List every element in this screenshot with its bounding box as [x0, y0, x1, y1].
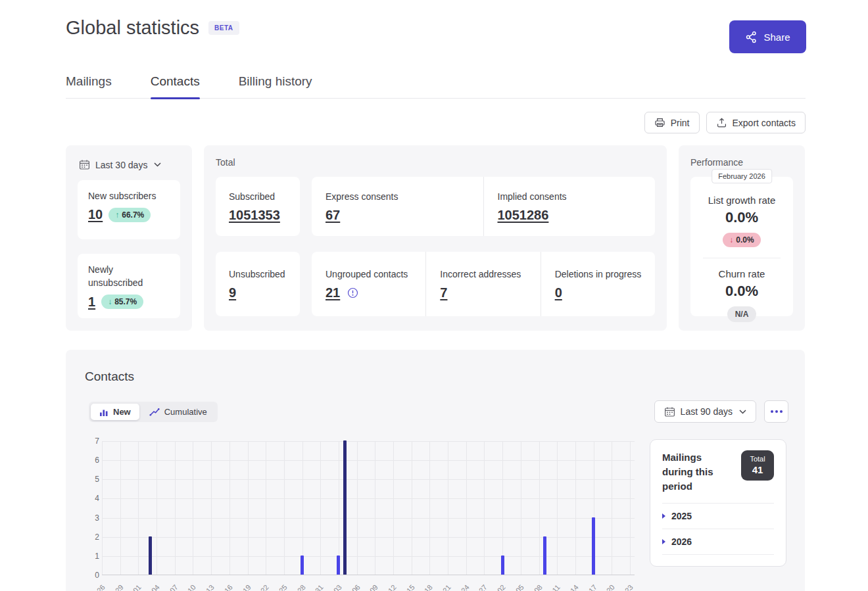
tab-mailings[interactable]: Mailings — [66, 68, 112, 98]
chart-bar[interactable] — [149, 536, 152, 575]
performance-section-label: Performance — [690, 157, 793, 168]
implied-consents-block: Implied consents 1051286 — [483, 177, 656, 236]
divider — [703, 258, 781, 258]
toggle-new[interactable]: New — [91, 404, 139, 420]
unsubscribed-label: Unsubscribed — [229, 268, 287, 281]
page-actions: Print Export contacts — [644, 112, 806, 133]
share-button-label: Share — [763, 32, 790, 43]
chart-controls: Last 90 days — [654, 400, 788, 423]
more-options-button[interactable] — [764, 400, 788, 423]
share-icon — [745, 31, 758, 43]
new-subscribers-change: 66.7% — [122, 210, 144, 220]
chart-bar[interactable] — [301, 556, 304, 575]
newly-unsubscribed-card: Newly unsubscribed 1 ↓ 85.7% — [78, 254, 180, 318]
chart-bar[interactable] — [501, 556, 504, 575]
bar-chart-icon — [99, 408, 108, 417]
calendar-icon — [664, 406, 675, 417]
chart-bar[interactable] — [343, 440, 347, 575]
expand-arrow-icon — [662, 539, 665, 544]
tab-contacts[interactable]: Contacts — [151, 68, 200, 98]
subscribed-card: Subscribed 1051353 — [216, 177, 300, 236]
warning-info-icon[interactable] — [347, 287, 358, 298]
chart-bar[interactable] — [592, 517, 595, 575]
up-arrow-icon: ↑ — [115, 210, 119, 220]
period-dropdown-90-days[interactable]: Last 90 days — [654, 400, 756, 423]
tab-billing-history[interactable]: Billing history — [239, 68, 312, 98]
mailings-total-label: Total — [750, 455, 765, 464]
performance-panel: Performance February 2026 List growth ra… — [679, 145, 805, 331]
mailings-period-title: Mailings during this period — [662, 450, 731, 493]
churn-rate-badge: N/A — [727, 306, 757, 322]
deletions-in-progress-label: Deletions in progress — [555, 268, 655, 281]
implied-consents-value[interactable]: 1051286 — [498, 208, 549, 223]
year-label: 2025 — [671, 511, 692, 521]
chevron-down-icon — [154, 162, 161, 167]
chart-bar[interactable] — [543, 536, 546, 575]
year-row-2025[interactable]: 2025 — [662, 503, 774, 529]
deletions-in-progress-block: Deletions in progress 0 — [541, 252, 655, 316]
overview-panel: Last 30 days New subscribers 10 ↑ 66.7% … — [66, 145, 192, 331]
down-arrow-icon: ↓ — [108, 297, 112, 306]
mailings-total-badge: Total 41 — [741, 450, 774, 481]
contact-issues-card: Ungrouped contacts 21 — [312, 252, 655, 316]
incorrect-addresses-block: Incorrect addresses 7 — [425, 252, 540, 316]
ungrouped-contacts-label: Ungrouped contacts — [326, 268, 425, 281]
new-subscribers-card: New subscribers 10 ↑ 66.7% — [78, 180, 180, 239]
contacts-section-title: Contacts — [85, 369, 134, 384]
new-subscribers-value[interactable]: 10 — [88, 207, 103, 222]
newly-unsubscribed-value[interactable]: 1 — [88, 295, 95, 310]
newly-unsubscribed-change-badge: ↓ 85.7% — [101, 295, 143, 309]
tab-bar: Mailings Contacts Billing history — [66, 68, 806, 99]
export-contacts-button[interactable]: Export contacts — [706, 112, 806, 133]
implied-consents-label: Implied consents — [498, 190, 656, 203]
mailings-during-period-card: Mailings during this period Total 41 202… — [650, 439, 786, 567]
page-header: Global statistics BETA — [66, 17, 239, 39]
divider — [662, 554, 774, 555]
print-button[interactable]: Print — [644, 112, 700, 133]
chart-x-axis: 2629010407101316192225283103060912151821… — [102, 579, 635, 591]
list-growth-change: 0.0% — [736, 235, 754, 245]
newly-unsubscribed-change: 85.7% — [114, 297, 137, 306]
deletions-in-progress-value[interactable]: 0 — [555, 285, 562, 300]
express-consents-label: Express consents — [326, 190, 483, 203]
ungrouped-contacts-block: Ungrouped contacts 21 — [312, 252, 425, 316]
ungrouped-contacts-value[interactable]: 21 — [326, 285, 340, 300]
toggle-cumulative[interactable]: Cumulative — [141, 404, 216, 420]
unsubscribed-card: Unsubscribed 9 — [216, 252, 300, 316]
express-consents-block: Express consents 67 — [312, 177, 483, 236]
beta-badge: BETA — [208, 21, 239, 35]
expand-arrow-icon — [662, 513, 665, 519]
list-growth-rate-label: List growth rate — [708, 195, 776, 206]
new-subscribers-change-badge: ↑ 66.7% — [108, 208, 151, 222]
express-consents-value[interactable]: 67 — [326, 208, 340, 223]
mailings-total-value: 41 — [752, 464, 763, 477]
list-growth-rate-value: 0.0% — [725, 209, 758, 226]
unsubscribed-value[interactable]: 9 — [229, 285, 236, 300]
chart-plot-area[interactable] — [102, 441, 635, 575]
print-button-label: Print — [671, 118, 690, 128]
churn-rate-label: Churn rate — [719, 268, 765, 279]
incorrect-addresses-value[interactable]: 7 — [440, 285, 447, 300]
line-chart-icon — [149, 408, 160, 416]
toggle-new-label: New — [113, 407, 131, 417]
calendar-icon — [79, 159, 90, 170]
more-options-icon — [771, 410, 773, 413]
total-panel: Total Subscribed 1051353 Express consent… — [204, 145, 667, 331]
contacts-bar-chart: 01234567 2629010407101316192225283103060… — [89, 437, 648, 591]
chevron-down-icon — [739, 410, 746, 414]
chart-y-axis: 01234567 — [89, 437, 99, 578]
performance-card: February 2026 List growth rate 0.0% ↓ 0.… — [690, 177, 793, 316]
performance-tooltip: February 2026 — [711, 169, 772, 183]
global-statistics-page: Global statistics BETA Share Mailings Co… — [0, 0, 868, 591]
subscribed-value[interactable]: 1051353 — [229, 208, 280, 223]
share-button[interactable]: Share — [729, 20, 806, 53]
printer-icon — [654, 117, 665, 128]
year-row-2026[interactable]: 2026 — [662, 529, 774, 554]
period-dropdown-30-days[interactable]: Last 30 days — [79, 159, 180, 170]
chart-bar[interactable] — [337, 556, 340, 575]
period-90-label: Last 90 days — [681, 406, 733, 417]
export-icon — [716, 117, 727, 128]
page-title: Global statistics — [66, 17, 199, 39]
toggle-cumulative-label: Cumulative — [164, 407, 207, 417]
new-subscribers-label: New subscribers — [88, 189, 170, 202]
